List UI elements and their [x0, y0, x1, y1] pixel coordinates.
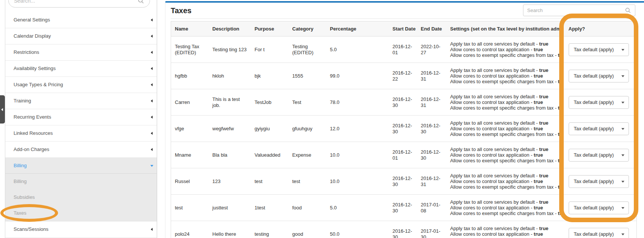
cell-start-date: 2016-12-30 [389, 195, 417, 221]
sidebar-item-restrictions[interactable]: Restrictions [5, 44, 157, 61]
apply-dropdown[interactable]: Tax default (apply) [569, 175, 629, 188]
settings-sidebar: General SettingsCalendar DisplayRestrict… [5, 0, 157, 238]
cell-end-date: 2016-12-31 [417, 63, 447, 89]
cell-purpose: Valueadded [251, 142, 289, 168]
cell-percentage: 99.0 [326, 63, 389, 89]
cell-settings: Apply tax to all core services by defaul… [447, 116, 560, 142]
sidebar-subitem-billing[interactable]: Billing [5, 174, 157, 189]
cell-name: Testing Tax (EDITED) [171, 37, 209, 63]
cell-settings: Apply tax to all core services by defaul… [447, 63, 560, 89]
cell-settings: Apply tax to all core services by defaul… [447, 195, 560, 221]
taxes-table-body: Testing Tax (EDITED)Testing ting 123For … [171, 37, 637, 238]
apply-dropdown[interactable]: Tax default (apply) [569, 43, 629, 56]
chevron-down-icon [621, 154, 624, 156]
cell-start-date: 2016-12-01 [389, 142, 417, 168]
column-header-settings-set-on-the-tax-level-by-institution-admin: Settings (set on the Tax level by instit… [447, 21, 560, 37]
apply-dropdown[interactable]: Tax default (apply) [569, 149, 629, 162]
cell-apply: Tax default (apply) [560, 37, 637, 63]
cell-end-date: 2016-12-31 [417, 89, 447, 116]
table-row: polo24Hello theretestinggood50.02016-12-… [171, 221, 637, 238]
cell-purpose: gyiygiu [251, 116, 289, 142]
column-header-apply: Apply? [560, 21, 637, 37]
chevron-left-icon [151, 18, 153, 21]
sidebar-item-usage-types-pricing[interactable]: Usage Types & Pricing [5, 77, 157, 93]
apply-dropdown[interactable]: Tax default (apply) [569, 70, 629, 82]
cell-start-date: 2016-12-01 [389, 37, 417, 63]
table-row: MnameBla blaValueaddedExpense10.02016-12… [171, 142, 637, 168]
sidebar-collapse-handle[interactable] [0, 95, 5, 124]
chevron-left-icon [151, 132, 153, 135]
chevron-down-icon [150, 165, 153, 167]
sidebar-search-input[interactable] [14, 0, 138, 4]
apply-dropdown-label: Tax default (apply) [574, 231, 614, 237]
chevron-down-icon [621, 128, 624, 130]
cell-name: Mname [171, 142, 209, 168]
search-icon [138, 0, 144, 4]
sidebar-item-training[interactable]: Training [5, 93, 157, 109]
page-title: Taxes [171, 6, 191, 15]
sidebar-search-box [8, 0, 150, 8]
table-search-box [523, 5, 635, 16]
cell-end-date: 2022-10-27 [417, 37, 447, 63]
sidebar-item-label: Usage Types & Pricing [14, 82, 63, 87]
apply-dropdown-label: Tax default (apply) [574, 152, 614, 158]
chevron-left-icon [151, 35, 153, 38]
sidebar-item-label: Recurring Events [14, 114, 51, 120]
sidebar-item-label: Add-on Charges [14, 146, 49, 152]
apply-dropdown[interactable]: Tax default (apply) [569, 122, 629, 135]
apply-dropdown-label: Tax default (apply) [574, 47, 614, 52]
sidebar-item-add-on-charges[interactable]: Add-on Charges [5, 142, 157, 158]
chevron-down-icon [621, 207, 624, 209]
sidebar-item-billing[interactable]: Billing [5, 158, 157, 174]
chevron-left-icon [151, 116, 153, 119]
chevron-left-icon [151, 83, 153, 86]
apply-dropdown[interactable]: Tax default (apply) [569, 201, 629, 214]
column-header-purpose: Purpose [251, 21, 289, 37]
chevron-down-icon [621, 102, 624, 104]
cell-percentage: 10.0 [326, 142, 389, 168]
search-icon [625, 7, 631, 14]
sidebar-item-label: Restrictions [14, 49, 39, 55]
column-header-end-date: End Date [417, 21, 447, 37]
cell-start-date: 2016-12-30 [389, 116, 417, 142]
cell-description: justtest [209, 195, 251, 221]
sidebar-subitem-taxes[interactable]: Taxes [5, 205, 157, 221]
cell-category: Expense [289, 142, 326, 168]
sidebar-item-calendar-display[interactable]: Calendar Display [5, 28, 157, 44]
apply-dropdown-label: Tax default (apply) [574, 73, 614, 79]
cell-category: 1555 [289, 63, 326, 89]
table-search-input[interactable] [527, 8, 625, 13]
sidebar-item-label: Calendar Display [14, 33, 51, 39]
title-divider [171, 18, 636, 19]
cell-name: Russel [171, 168, 209, 195]
cell-apply: Tax default (apply) [560, 89, 637, 116]
cell-category: Testing (EDITED) [289, 37, 326, 63]
cell-description: This is a test job. [209, 89, 251, 116]
sidebar-subitem-subsidies[interactable]: Subsidies [5, 189, 157, 205]
chevron-down-icon [621, 233, 624, 235]
sidebar-item-availability-settings[interactable]: Availability Settings [5, 61, 157, 77]
sidebar-item-scans-sessions[interactable]: Scans/Sessions [5, 221, 157, 238]
column-header-start-date: Start Date [389, 21, 417, 37]
table-row: Testing Tax (EDITED)Testing ting 123For … [171, 37, 637, 63]
cell-purpose: bjk [251, 63, 289, 89]
cell-settings: Apply tax to all core services by defaul… [447, 37, 560, 63]
apply-dropdown[interactable]: Tax default (apply) [569, 96, 629, 109]
column-header-name: Name [171, 21, 209, 37]
cell-start-date: 2016-12-22 [389, 63, 417, 89]
sidebar-item-recurring-events[interactable]: Recurring Events [5, 109, 157, 125]
billing-section: Billing BillingSubsidiesTaxes [5, 158, 157, 221]
chevron-left-icon [151, 228, 153, 231]
cell-category: good [289, 221, 326, 238]
cell-settings: Apply tax to all core services by defaul… [447, 221, 560, 238]
cell-percentage: 5.0 [326, 37, 389, 63]
column-header-percentage: Percentage [326, 21, 389, 37]
table-row: hgfbbhklohbjk155599.02016-12-222016-12-3… [171, 63, 637, 89]
apply-dropdown-label: Tax default (apply) [574, 126, 614, 131]
apply-dropdown[interactable]: Tax default (apply) [569, 228, 629, 238]
sidebar-item-linked-resources[interactable]: Linked Resources [5, 125, 157, 142]
apply-dropdown-label: Tax default (apply) [574, 99, 614, 105]
sidebar-item-general-settings[interactable]: General Settings [5, 12, 157, 28]
cell-purpose: 1test [251, 195, 289, 221]
cell-end-date: 2017-01-30 [417, 221, 447, 238]
